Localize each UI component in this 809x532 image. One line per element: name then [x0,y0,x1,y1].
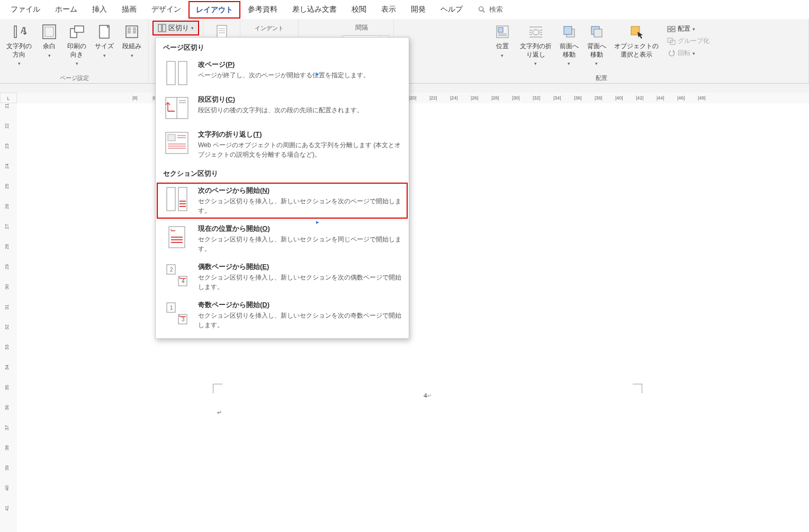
page-number: 4↵ [424,391,432,400]
section-next-page-item[interactable]: 次のページから開始(N) セクション区切りを挿入し、新しいセクションを次のページ… [156,182,409,220]
break-column-title: 段区切り(C) [198,95,401,104]
svg-rect-43 [672,26,675,29]
svg-rect-9 [126,26,138,38]
svg-rect-49 [178,61,187,85]
group-label-spacing: 間隔 [303,21,389,32]
search-icon [478,5,486,14]
page-corner-mark [633,384,642,393]
svg-rect-18 [158,24,161,32]
group-label-page-setup: ページ設定 [60,73,89,82]
active-caret-icon: ▸ [316,219,320,226]
section-even-page-desc: セクション区切りを挿入し、新しいセクションを次の偶数ページで開始します。 [198,273,401,292]
breaks-dropdown-panel: ページ区切り ▸ 改ページ(P) ページが終了し、次のページが開始する位置を指定… [155,37,409,339]
orientation-button[interactable]: 印刷の 向き▾ [65,21,89,69]
svg-rect-40 [594,29,602,37]
horizontal-ruler[interactable]: |8||6||20||22||24||26||28||30||32||34||3… [17,93,809,103]
align-button[interactable]: 配置▾ [664,23,713,34]
menu-references[interactable]: 参考資料 [240,1,285,19]
align-icon [667,25,676,33]
chevron-down-icon: ▾ [595,61,598,67]
wrap-icon [527,23,544,40]
break-page-desc: ページが終了し、次のページが開始する位置を指定します。 [198,70,401,80]
section-odd-page-item[interactable]: 13 奇数ページから開始(D) セクション区切りを挿入し、新しいセクションを次の… [156,296,409,334]
columns-button[interactable]: 段組み▾ [120,21,144,61]
dropdown-section-page-breaks: ページ区切り [156,38,409,56]
menu-draw[interactable]: 描画 [114,1,144,19]
position-button[interactable]: 位置▾ [490,21,515,61]
section-continuous-item[interactable]: 現在の位置から開始(O) セクション区切りを挿入し、新しいセクションを同じページ… [156,220,409,258]
group-arrange: 位置▾ 文字列の折 り返し▾ 前面へ 移動▾ 背面へ 移動▾ [394,19,809,83]
selection-pane-icon [628,23,645,40]
margins-button[interactable]: 余白▾ [37,21,61,61]
section-continuous-icon [163,224,191,250]
bring-forward-button[interactable]: 前面へ 移動▾ [557,21,581,69]
menu-insert[interactable]: 挿入 [85,1,114,19]
menu-developer[interactable]: 開発 [403,1,433,19]
group-icon [667,37,676,46]
chevron-down-icon: ▾ [191,25,194,31]
section-continuous-title: 現在の位置から開始(O) [198,224,401,233]
break-column-desc: 段区切りの後の文字列は、次の段の先頭に配置されます。 [198,105,401,115]
svg-rect-63 [178,187,187,211]
svg-rect-45 [672,30,675,32]
menu-file[interactable]: ファイル [3,1,48,19]
menu-mailings[interactable]: 差し込み文書 [285,1,344,19]
text-direction-button[interactable]: A 文字列の 方向▾ [4,21,34,69]
rotate-button[interactable]: 回転▾ [664,48,713,59]
selection-pane-button[interactable]: オブジェクトの 選択と表示 [612,21,661,61]
size-button[interactable]: サイズ▾ [92,21,116,61]
active-caret-icon: ▸ [316,70,320,77]
svg-rect-7 [75,26,84,32]
page-corner-mark [213,384,222,393]
svg-rect-44 [668,30,671,32]
group-label-indent: インデント [255,21,284,32]
section-odd-page-desc: セクション区切りを挿入し、新しいセクションを次の奇数ページで開始します。 [198,311,401,330]
chevron-down-icon: ▾ [76,61,78,67]
svg-point-29 [533,30,539,35]
svg-rect-5 [45,27,53,37]
chevron-down-icon: ▾ [534,61,537,67]
menu-layout[interactable]: レイアウト [188,1,240,19]
svg-rect-56 [168,134,175,141]
breaks-dropdown-button[interactable]: 区切り ▾ [153,21,199,35]
section-even-page-icon: 24 [163,262,191,288]
group-page-setup: A 文字列の 方向▾ 余白▾ 印刷の 向き▾ サイズ▾ [0,19,149,83]
section-even-page-title: 偶数ページから開始(E) [198,262,401,272]
textwrap-break-icon [163,130,191,156]
send-backward-button[interactable]: 背面へ 移動▾ [585,21,609,69]
ruler-corner: L [0,93,17,103]
svg-line-1 [483,11,485,13]
menu-review[interactable]: 校閲 [344,1,374,19]
menu-home[interactable]: ホーム [48,1,85,19]
bring-forward-icon [561,23,578,40]
break-page-item[interactable]: 改ページ(P) ページが終了し、次のページが開始する位置を指定します。 [156,56,409,91]
position-icon [494,23,511,40]
vertical-ruler[interactable]: 2122232425262728293031323334353637383940… [0,103,17,532]
breaks-icon [158,24,166,32]
document-area[interactable]: 4↵ ↵ [17,103,809,532]
chevron-down-icon: ▾ [18,61,21,67]
svg-rect-2 [14,26,16,38]
wrap-button[interactable]: 文字列の折 り返し▾ [518,21,554,69]
search-box[interactable]: 検索 [470,2,510,17]
section-odd-page-title: 奇数ページから開始(D) [198,300,401,310]
break-textwrap-item[interactable]: 文字列の折り返し(T) Web ページのオブジェクトの周囲にある文字列を分離しま… [156,125,409,164]
chevron-down-icon: ▾ [568,61,570,67]
section-next-page-desc: セクション区切りを挿入し、新しいセクションを次のページで開始します。 [198,196,401,215]
svg-point-0 [479,7,483,11]
break-column-item[interactable]: 段区切り(C) 段区切りの後の文字列は、次の段の先頭に配置されます。 [156,91,409,125]
group-button[interactable]: グループ化 [664,35,713,47]
menu-view[interactable]: 表示 [374,1,403,19]
chevron-down-icon: ▾ [103,53,106,59]
menu-help[interactable]: ヘルプ [433,1,470,19]
svg-rect-20 [217,25,227,38]
section-odd-page-icon: 13 [163,300,191,327]
section-even-page-item[interactable]: 24 偶数ページから開始(E) セクション区切りを挿入し、新しいセクションを次の… [156,258,409,296]
chevron-down-icon: ▾ [693,26,695,32]
margins-icon [41,23,58,40]
section-continuous-desc: セクション区切りを挿入し、新しいセクションを同じページで開始します。 [198,235,401,254]
svg-rect-42 [668,26,671,29]
break-textwrap-desc: Web ページのオブジェクトの周囲にある文字列を分離します (本文とオブジェクト… [198,140,401,159]
menu-design[interactable]: デザイン [144,1,188,19]
columns-icon [123,23,140,40]
